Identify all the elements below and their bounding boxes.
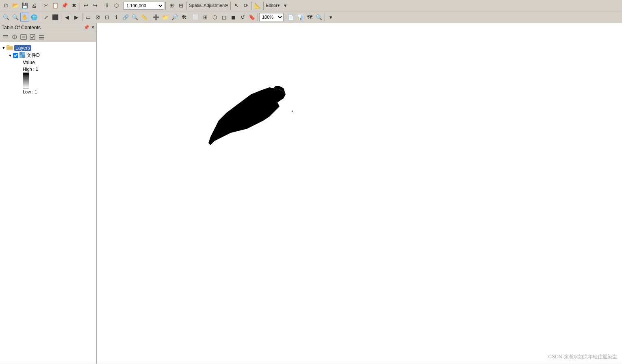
svg-rect-8	[39, 35, 44, 36]
svg-marker-20	[208, 87, 286, 145]
catalog-button[interactable]: 📁	[161, 13, 170, 22]
add-data-button[interactable]: ➕	[152, 13, 160, 22]
svg-rect-9	[39, 37, 44, 38]
arrow-tool-button[interactable]: ↖	[232, 1, 241, 10]
layout-view-button[interactable]: 📄	[286, 13, 295, 22]
layers-expand-icon[interactable]: ▼	[1, 45, 7, 51]
sep-5	[165, 2, 166, 10]
globe-button[interactable]: 🌐	[30, 13, 39, 22]
full-extent-button[interactable]: ⊞	[167, 1, 176, 10]
cut-button[interactable]: ✂	[41, 1, 50, 10]
sep-16	[285, 13, 285, 21]
back-button[interactable]: ◀	[63, 13, 72, 22]
scale-dropdown[interactable]: 1:100,000	[124, 2, 164, 10]
fixed-extent-button[interactable]: ⬛	[51, 13, 60, 22]
rotate-map-button[interactable]: ↺	[238, 13, 247, 22]
zoom-box-button[interactable]: ⬜	[191, 13, 200, 22]
list-by-drawing-order-button[interactable]	[2, 33, 10, 41]
pan-button[interactable]: ✋	[20, 13, 29, 22]
toc-panel: Table Of Contents 📌 ✕	[0, 23, 97, 364]
list-by-visibility-button[interactable]	[20, 33, 28, 41]
print-button[interactable]: 🖨	[30, 1, 39, 10]
hyperlink-button[interactable]: 🔗	[121, 13, 130, 22]
map-feature-shape	[206, 84, 296, 149]
toc-content: ▼ Layers ▼	[0, 42, 96, 364]
editor-label: Editor▾	[265, 3, 281, 8]
select-features-button[interactable]: ▭	[84, 13, 93, 22]
legend-container: High : 1 Low : 1	[0, 66, 96, 94]
svg-rect-1	[3, 37, 8, 37]
sep-13	[150, 13, 150, 21]
forward-button[interactable]: ▶	[72, 13, 81, 22]
zoom-layer-button[interactable]: ⬡	[210, 13, 219, 22]
delete-button[interactable]: ✖	[69, 1, 78, 10]
data-view-button[interactable]: 📊	[296, 13, 305, 22]
toc-title: Table Of Contents	[2, 25, 41, 30]
identify-button[interactable]: ℹ	[102, 1, 111, 10]
overview-button[interactable]: 🗺	[305, 13, 314, 22]
legend-gradient-column: High : 1 Low : 1	[23, 67, 38, 94]
search-tool-button[interactable]: 🔎	[170, 13, 179, 22]
sep-4	[122, 2, 122, 10]
full-extent2-button[interactable]: ⤢	[41, 13, 50, 22]
layer-visibility-checkbox[interactable]	[13, 53, 18, 58]
find-button[interactable]: 🔍	[130, 13, 139, 22]
fixed-zoom-button[interactable]: ⊟	[176, 1, 185, 10]
identify-features-button[interactable]: ℹ	[112, 13, 121, 22]
svg-rect-6	[22, 36, 25, 38]
svg-rect-2	[3, 38, 8, 39]
clear-selection-button[interactable]: ⊠	[93, 13, 102, 22]
options-button[interactable]	[37, 33, 46, 41]
measure-tool-button[interactable]: 📏	[140, 13, 149, 22]
svg-rect-0	[3, 35, 8, 36]
toolbar-row-2: 🔍 🔍 ✋ 🌐 ⤢ ⬛ ◀ ▶ ▭ ⊠ ⊡ ℹ 🔗 🔍 📏 ➕ 📁 🔎 🛠 ⬜ …	[0, 11, 622, 23]
map-area[interactable]: CSDN @浙水如流年轻往返染尘	[97, 23, 622, 364]
redo-button[interactable]: ↪	[91, 1, 100, 10]
auto-hide-icon[interactable]: 📌	[84, 25, 89, 30]
legend-value-label: Value	[23, 60, 35, 65]
list-by-selection-button[interactable]	[28, 33, 37, 41]
undo-button[interactable]: ↩	[81, 1, 90, 10]
svg-rect-18	[20, 52, 22, 55]
open-button[interactable]: 📂	[11, 1, 20, 10]
more-tools-button[interactable]: ▾	[326, 13, 335, 22]
zoom-all-button[interactable]: ⊞	[201, 13, 210, 22]
pan-map-button[interactable]: ◼	[229, 13, 238, 22]
sep-2	[80, 2, 80, 10]
map-cursor-dot	[292, 110, 293, 112]
zoom-percent-dropdown[interactable]: 100%	[259, 13, 284, 21]
zoom-out-button[interactable]: 🔍	[11, 13, 20, 22]
sep-1	[40, 2, 40, 10]
zoom-bookmarks-button[interactable]: 🔖	[247, 13, 256, 22]
sep-12	[82, 13, 82, 21]
zoom-selected-button[interactable]: ◻	[219, 13, 228, 22]
layer-item[interactable]: ▼ 文件D	[0, 52, 96, 59]
paste-button[interactable]: 📌	[60, 1, 69, 10]
legend-gradient-swatch	[23, 72, 29, 89]
layer-expand-icon[interactable]: ▼	[7, 53, 13, 58]
sep-14	[190, 13, 190, 21]
close-panel-icon[interactable]: ✕	[91, 25, 95, 30]
layers-folder-icon	[7, 44, 13, 51]
sep-8	[251, 2, 252, 10]
sep-3	[101, 2, 101, 10]
arc-toolbox-button[interactable]: 🛠	[180, 13, 189, 22]
select-button[interactable]: ⬡	[112, 1, 121, 10]
watermark-text: CSDN @浙水如流年轻往返染尘	[548, 353, 617, 360]
sep-6	[186, 2, 187, 10]
list-by-source-button[interactable]	[11, 33, 19, 41]
legend-low-label: Low : 1	[23, 89, 38, 94]
copy-button[interactable]: 📋	[51, 1, 60, 10]
save-button[interactable]: 💾	[20, 1, 29, 10]
sep-10	[40, 13, 40, 21]
layers-group-item[interactable]: ▼ Layers	[0, 44, 96, 52]
toolbar-area: 🗋 📂 💾 🖨 ✂ 📋 📌 ✖ ↩ ↪ ℹ ⬡ 1:100,000 ⊞ ⊟ Sp…	[0, 0, 622, 23]
magnifier-button[interactable]: 🔍	[314, 13, 323, 22]
new-file-button[interactable]: 🗋	[2, 1, 11, 10]
toc-header: Table Of Contents 📌 ✕	[0, 23, 96, 32]
measure-button[interactable]: 📐	[253, 1, 262, 10]
editor-expand-button[interactable]: ▾	[281, 1, 290, 10]
zoom-in-button[interactable]: 🔍	[2, 13, 11, 22]
rotate-button[interactable]: ⟳	[241, 1, 250, 10]
select-by-location-button[interactable]: ⊡	[102, 13, 111, 22]
